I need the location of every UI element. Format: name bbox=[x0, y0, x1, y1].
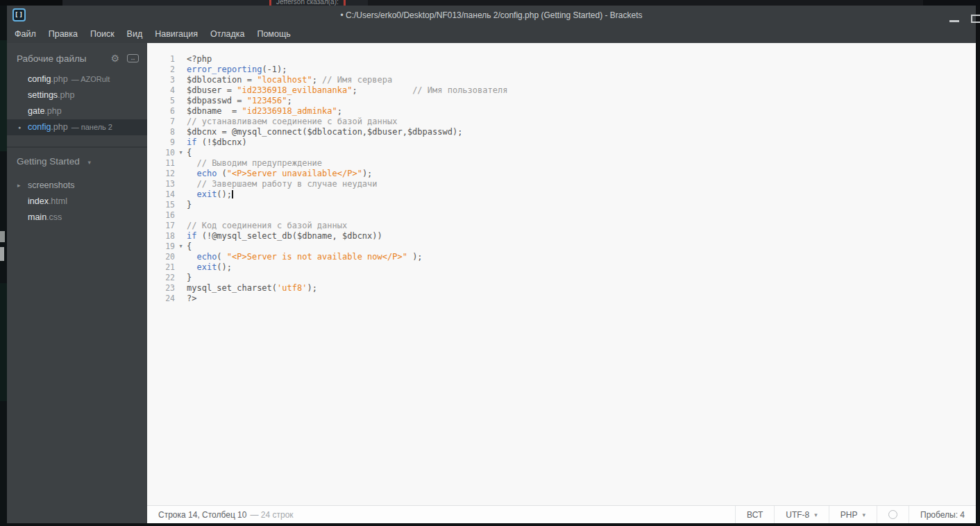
line-number[interactable]: 14 bbox=[147, 189, 175, 200]
fold-arrow-icon[interactable] bbox=[175, 65, 187, 75]
fold-arrow-icon[interactable] bbox=[175, 179, 187, 189]
line-number[interactable]: 2 bbox=[147, 65, 175, 75]
overwrite-indicator[interactable]: ВСТ bbox=[735, 506, 774, 523]
fold-arrow-icon[interactable] bbox=[175, 294, 187, 304]
working-file-item[interactable]: ● config.php— AZORult bbox=[7, 71, 147, 87]
working-file-item[interactable]: ● gate.php bbox=[7, 103, 147, 119]
line-number[interactable]: 1 bbox=[147, 54, 175, 65]
menu-item[interactable]: Поиск bbox=[85, 26, 120, 42]
working-file-item[interactable]: ● config.php— панель 2 bbox=[7, 119, 147, 135]
line-number[interactable]: 7 bbox=[147, 117, 175, 127]
indentation-setting[interactable]: Пробелы: 4 bbox=[909, 506, 976, 523]
fold-arrow-icon[interactable] bbox=[175, 106, 187, 117]
title-bar[interactable]: [] • C:/Users/erko0/Desktop/NF013/панель… bbox=[7, 6, 976, 25]
fold-arrow-icon[interactable] bbox=[175, 200, 187, 210]
code-line[interactable]: 17 // Код соединения с базой данных bbox=[147, 221, 976, 231]
line-number[interactable]: 19 bbox=[147, 241, 175, 252]
fold-arrow-icon[interactable] bbox=[175, 252, 187, 262]
tree-item[interactable]: ▸ main.css bbox=[7, 210, 147, 226]
line-number[interactable]: 6 bbox=[147, 106, 175, 117]
code-line[interactable]: 24 ?> bbox=[147, 294, 976, 304]
line-number[interactable]: 10 bbox=[147, 148, 175, 158]
code-line[interactable]: 6 $dbname = "id2336918_adminka"; bbox=[147, 106, 976, 117]
background-quote: Jefferson сказал(а): bbox=[269, 0, 346, 6]
fold-arrow-icon[interactable] bbox=[175, 117, 187, 127]
project-header[interactable]: Getting Started ▾ bbox=[7, 156, 147, 167]
fold-arrow-icon[interactable] bbox=[175, 96, 187, 106]
code-line[interactable]: 19 ▼ { bbox=[147, 241, 976, 252]
minimize-button[interactable] bbox=[949, 20, 959, 22]
fold-arrow-icon[interactable] bbox=[175, 169, 187, 179]
tree-item[interactable]: ▸ index.html bbox=[7, 194, 147, 210]
fold-arrow-icon[interactable] bbox=[175, 85, 187, 96]
fold-arrow-icon[interactable] bbox=[175, 158, 187, 169]
code-line[interactable]: 14 exit(); bbox=[147, 189, 976, 200]
line-number[interactable]: 24 bbox=[147, 294, 175, 304]
line-number[interactable]: 20 bbox=[147, 252, 175, 262]
line-number[interactable]: 5 bbox=[147, 96, 175, 106]
line-number[interactable]: 8 bbox=[147, 127, 175, 137]
line-number[interactable]: 13 bbox=[147, 179, 175, 189]
code-line[interactable]: 16 bbox=[147, 210, 976, 221]
menu-item[interactable]: Файл bbox=[9, 26, 42, 42]
encoding-selector[interactable]: UTF-8 ▾ bbox=[774, 506, 829, 523]
code-line[interactable]: 8 $dbcnx = @mysql_connect($dblocation,$d… bbox=[147, 127, 976, 137]
language-selector[interactable]: PHP ▾ bbox=[829, 506, 877, 523]
code-text: $dblocation = "localhost"; // Имя сервер… bbox=[187, 75, 392, 85]
code-line[interactable]: 3 $dblocation = "localhost"; // Имя серв… bbox=[147, 75, 976, 85]
fold-arrow-icon[interactable]: ▼ bbox=[175, 241, 187, 252]
code-line[interactable]: 23 mysql_set_charset('utf8'); bbox=[147, 283, 976, 294]
lint-status[interactable] bbox=[877, 506, 909, 523]
line-number[interactable]: 9 bbox=[147, 137, 175, 148]
fold-arrow-icon[interactable] bbox=[175, 273, 187, 283]
gear-icon[interactable]: ⚙ bbox=[110, 53, 119, 63]
fold-arrow-icon[interactable]: ▼ bbox=[175, 148, 187, 158]
tree-item[interactable]: ▸ screenshots bbox=[7, 178, 147, 194]
fold-arrow-icon[interactable] bbox=[175, 283, 187, 294]
fold-arrow-icon[interactable] bbox=[175, 221, 187, 231]
code-line[interactable]: 2 error_reporting(-1); bbox=[147, 65, 976, 75]
code-line[interactable]: 21 exit(); bbox=[147, 262, 976, 273]
code-line[interactable]: 13 // Завершаем работу в случае неудачи bbox=[147, 179, 976, 189]
line-number[interactable]: 16 bbox=[147, 210, 175, 221]
fold-arrow-icon[interactable] bbox=[175, 75, 187, 85]
line-number[interactable]: 18 bbox=[147, 231, 175, 241]
fold-arrow-icon[interactable] bbox=[175, 189, 187, 200]
fold-arrow-icon[interactable] bbox=[175, 137, 187, 148]
line-number[interactable]: 23 bbox=[147, 283, 175, 294]
menu-item[interactable]: Вид bbox=[121, 26, 149, 42]
code-line[interactable]: 22 } bbox=[147, 273, 976, 283]
fold-arrow-icon[interactable] bbox=[175, 54, 187, 65]
line-number[interactable]: 21 bbox=[147, 262, 175, 273]
code-line[interactable]: 18 if (!@mysql_select_db($dbname, $dbcnx… bbox=[147, 231, 976, 241]
code-line[interactable]: 5 $dbpasswd = "123456"; bbox=[147, 96, 976, 106]
menu-item[interactable]: Правка bbox=[43, 26, 83, 42]
code-editor[interactable]: 1 <?php 2 error_reporting(-1); 3 $dbloca… bbox=[147, 43, 976, 505]
line-number[interactable]: 3 bbox=[147, 75, 175, 85]
fold-arrow-icon[interactable] bbox=[175, 262, 187, 273]
code-line[interactable]: 1 <?php bbox=[147, 54, 976, 65]
line-number[interactable]: 22 bbox=[147, 273, 175, 283]
split-view-icon[interactable]: ↔ bbox=[127, 54, 139, 62]
line-number[interactable]: 4 bbox=[147, 85, 175, 96]
code-line[interactable]: 7 // устанавливаем соединение с базой да… bbox=[147, 117, 976, 127]
menu-item[interactable]: Отладка bbox=[205, 26, 250, 42]
code-line[interactable]: 12 echo ("<P>Server unavailable</P>"); bbox=[147, 169, 976, 179]
line-number[interactable]: 15 bbox=[147, 200, 175, 210]
line-number[interactable]: 17 bbox=[147, 221, 175, 231]
code-line[interactable]: 10 ▼ { bbox=[147, 148, 976, 158]
line-number[interactable]: 11 bbox=[147, 158, 175, 169]
code-line[interactable]: 4 $dbuser = "id2336918_evilbananka"; // … bbox=[147, 85, 976, 96]
menu-item[interactable]: Помощь bbox=[251, 26, 296, 42]
code-line[interactable]: 9 if (!$dbcnx) bbox=[147, 137, 976, 148]
maximize-button[interactable] bbox=[971, 15, 980, 23]
fold-arrow-icon[interactable] bbox=[175, 127, 187, 137]
line-number[interactable]: 12 bbox=[147, 169, 175, 179]
working-file-item[interactable]: ● settings.php bbox=[7, 87, 147, 103]
code-line[interactable]: 11 // Выводим предупреждение bbox=[147, 158, 976, 169]
code-line[interactable]: 20 echo( "<P>Server is not available now… bbox=[147, 252, 976, 262]
menu-item[interactable]: Навигация bbox=[149, 26, 203, 42]
fold-arrow-icon[interactable] bbox=[175, 231, 187, 241]
fold-arrow-icon[interactable] bbox=[175, 210, 187, 221]
code-line[interactable]: 15 } bbox=[147, 200, 976, 210]
